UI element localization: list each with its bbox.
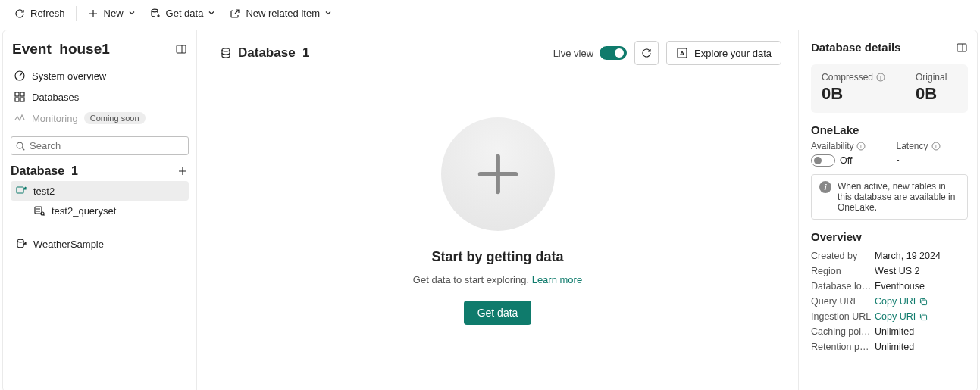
- get-data-label: Get data: [166, 8, 204, 19]
- nav-overview-label: System overview: [32, 70, 106, 82]
- get-data-button[interactable]: Get data: [143, 5, 222, 23]
- plus-icon: [87, 8, 99, 20]
- ingestion-url-copy[interactable]: Copy URI: [875, 311, 968, 322]
- retention-value: Unlimited: [875, 342, 968, 352]
- svg-rect-5: [15, 98, 19, 101]
- compressed-label: Compressed: [822, 72, 873, 83]
- info-icon[interactable]: i: [876, 73, 885, 82]
- svg-point-7: [17, 142, 23, 148]
- details-panel: Database details Compressed i 0B Origina…: [798, 30, 977, 390]
- new-related-item-button[interactable]: New related item: [223, 5, 338, 23]
- collapse-panel-icon[interactable]: [175, 43, 187, 55]
- location-value: Eventhouse: [875, 281, 968, 292]
- info-icon[interactable]: i: [856, 142, 866, 151]
- empty-state-title: Start by getting data: [431, 249, 563, 265]
- learn-more-link[interactable]: Learn more: [532, 274, 582, 285]
- overview-title: Overview: [811, 230, 968, 243]
- database-download-icon: [149, 8, 161, 20]
- created-by-key: Created by: [811, 251, 872, 261]
- monitoring-icon: [14, 112, 26, 124]
- latency-label: Latency: [896, 141, 928, 151]
- toggle-on-icon: [600, 46, 627, 60]
- availability-value: Off: [840, 155, 852, 166]
- svg-rect-1: [177, 45, 186, 53]
- refresh-label: Refresh: [30, 8, 65, 19]
- svg-point-12: [222, 48, 230, 51]
- location-key: Database locati...: [811, 281, 872, 292]
- expand-panel-icon[interactable]: [956, 42, 968, 54]
- external-link-icon: [229, 8, 241, 20]
- svg-rect-22: [922, 315, 927, 320]
- created-by-value: March, 19 2024: [875, 251, 968, 261]
- new-button[interactable]: New: [81, 5, 142, 23]
- gauge-icon: [14, 70, 26, 82]
- live-view-label: Live view: [553, 48, 593, 59]
- empty-state-graphic: [441, 117, 555, 231]
- refresh-main-button[interactable]: [634, 41, 659, 65]
- svg-rect-21: [922, 300, 927, 305]
- explore-label: Explore your data: [694, 48, 772, 59]
- database-title: Database_1: [11, 164, 78, 178]
- onelake-info-text: When active, new tables in this database…: [838, 181, 960, 213]
- query-uri-key: Query URI: [811, 296, 872, 307]
- tree-label: WeatherSample: [33, 239, 104, 250]
- toggle-off-icon: [811, 154, 835, 167]
- ingestion-url-key: Ingestion URL: [811, 311, 872, 322]
- refresh-icon: [14, 8, 26, 20]
- queryset-icon: [33, 204, 45, 217]
- chevron-down-icon: [324, 8, 332, 19]
- original-value: 0B: [916, 84, 947, 104]
- svg-rect-8: [17, 187, 23, 193]
- database-breadcrumb[interactable]: Database_1: [214, 43, 316, 63]
- info-icon[interactable]: i: [931, 142, 941, 151]
- grid-icon: [14, 91, 26, 103]
- get-data-primary-button[interactable]: Get data: [464, 301, 532, 325]
- svg-point-0: [152, 9, 158, 12]
- new-related-label: New related item: [246, 8, 320, 19]
- command-bar: Refresh New Get data New related item: [0, 0, 980, 27]
- nav-databases[interactable]: Databases: [11, 86, 189, 108]
- svg-rect-3: [15, 92, 19, 96]
- add-icon[interactable]: [177, 165, 189, 177]
- storage-stats: Compressed i 0B Original 0B: [811, 64, 968, 113]
- availability-toggle[interactable]: Off: [811, 154, 866, 167]
- query-uri-copy[interactable]: Copy URI: [875, 296, 968, 307]
- tree-item-test2[interactable]: test2: [11, 181, 189, 201]
- svg-rect-4: [20, 92, 24, 96]
- empty-state-subtitle: Get data to start exploring. Learn more: [413, 274, 582, 285]
- explore-data-button[interactable]: Explore your data: [666, 41, 781, 65]
- tree-item-test2-queryset[interactable]: test2_queryset: [29, 201, 189, 220]
- info-icon: i: [819, 181, 831, 193]
- caching-key: Caching policy: [811, 326, 872, 337]
- main-content: Database_1 Live view Explore your data: [197, 30, 798, 390]
- database-name: Database_1: [238, 45, 310, 61]
- nav-system-overview[interactable]: System overview: [11, 65, 189, 86]
- search-icon: [15, 141, 26, 151]
- separator: [76, 6, 77, 21]
- svg-rect-14: [957, 44, 966, 51]
- nav-monitoring-label: Monitoring: [32, 113, 78, 124]
- live-view-toggle[interactable]: Live view: [553, 46, 627, 60]
- compass-icon: [676, 47, 688, 59]
- svg-text:i: i: [861, 143, 863, 150]
- copy-icon: [919, 297, 928, 307]
- svg-point-11: [17, 239, 23, 242]
- details-title: Database details: [811, 41, 900, 54]
- search-input[interactable]: [11, 136, 189, 155]
- availability-label: Availability: [811, 141, 853, 151]
- svg-rect-6: [20, 98, 24, 101]
- tree-item-weather[interactable]: WeatherSample: [11, 234, 189, 254]
- original-label: Original: [916, 72, 947, 83]
- refresh-button[interactable]: Refresh: [8, 5, 71, 23]
- tree-label: test2: [33, 186, 55, 197]
- svg-rect-9: [35, 207, 42, 214]
- chevron-down-icon: [208, 8, 215, 19]
- new-label: New: [104, 8, 124, 19]
- caching-value: Unlimited: [875, 326, 968, 337]
- nav-monitoring: Monitoring Coming soon: [11, 108, 189, 129]
- svg-point-10: [41, 212, 44, 215]
- region-value: West US 2: [875, 266, 968, 276]
- onelake-info-box: i When active, new tables in this databa…: [811, 174, 968, 220]
- refresh-icon: [640, 47, 653, 59]
- chevron-down-icon: [128, 8, 136, 19]
